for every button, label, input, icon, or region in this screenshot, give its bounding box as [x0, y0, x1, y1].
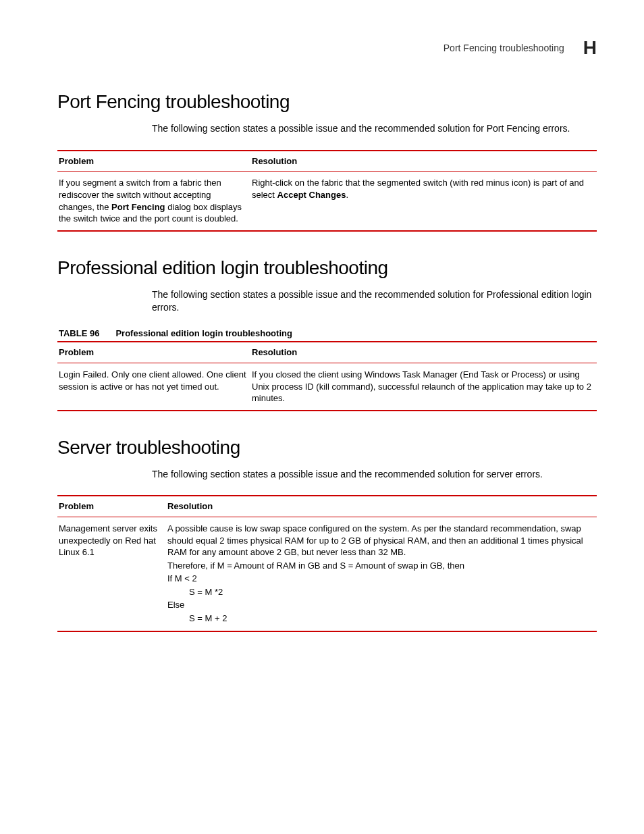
table-header-resolution: Resolution	[166, 496, 597, 517]
section-title-pro-login: Professional edition login troubleshooti…	[57, 257, 597, 279]
document-page: Port Fencing troubleshooting H Port Fenc…	[0, 0, 644, 698]
appendix-letter: H	[583, 37, 597, 59]
section-title-port-fencing: Port Fencing troubleshooting	[57, 91, 597, 113]
cell-problem: If you segment a switch from a fabric th…	[57, 172, 250, 231]
table-row: Login Failed. Only one client allowed. O…	[57, 363, 597, 410]
table-row: Management server exits unexpectedly on …	[57, 517, 597, 632]
table-caption: TABLE 96Professional edition login troub…	[59, 328, 597, 338]
text-bold: Port Fencing	[111, 202, 165, 212]
cell-problem: Management server exits unexpectedly on …	[57, 517, 166, 632]
text-bold: Accept Changes	[277, 190, 346, 200]
table-row: If you segment a switch from a fabric th…	[57, 172, 597, 231]
cell-resolution: If you closed the client using Windows T…	[250, 363, 597, 410]
table-header-resolution: Resolution	[250, 151, 597, 172]
table-caption-text: Professional edition login troubleshooti…	[115, 328, 292, 338]
text: If M < 2	[167, 573, 594, 585]
running-title: Port Fencing troubleshooting	[444, 43, 564, 53]
text: Therefore, if M = Amount of RAM in GB an…	[167, 560, 594, 572]
text: S = M *2	[167, 586, 594, 598]
cell-problem: Login Failed. Only one client allowed. O…	[57, 363, 250, 410]
table-header-problem: Problem	[57, 151, 250, 172]
table-header-problem: Problem	[57, 342, 250, 363]
table-header-problem: Problem	[57, 496, 166, 517]
section-intro: The following section states a possible …	[57, 288, 597, 314]
table-header-resolution: Resolution	[250, 342, 597, 363]
section-title-server: Server troubleshooting	[57, 437, 597, 459]
cell-resolution: Right-click on the fabric that the segme…	[250, 172, 597, 231]
section-intro: The following section states a possible …	[57, 122, 597, 135]
section-intro: The following section states a possible …	[57, 468, 597, 481]
table-server: Problem Resolution Management server exi…	[57, 495, 597, 632]
text: S = M + 2	[167, 613, 594, 625]
text: Else	[167, 599, 594, 611]
text: A possible cause is low swap space confi…	[167, 523, 594, 558]
table-pro-login: Problem Resolution Login Failed. Only on…	[57, 341, 597, 411]
running-header: Port Fencing troubleshooting H	[57, 37, 597, 59]
table-label: TABLE 96	[59, 328, 99, 338]
table-port-fencing: Problem Resolution If you segment a swit…	[57, 150, 597, 232]
cell-resolution: A possible cause is low swap space confi…	[166, 517, 597, 632]
text: .	[346, 190, 348, 200]
